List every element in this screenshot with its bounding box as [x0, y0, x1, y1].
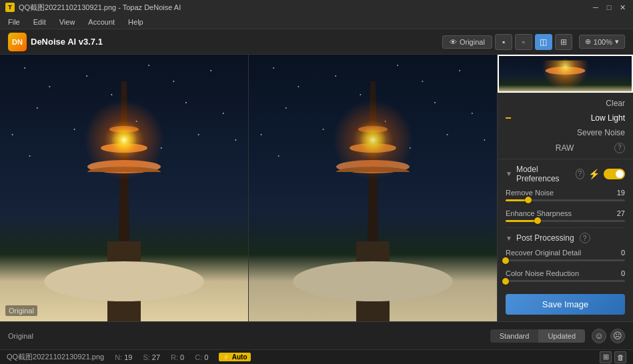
- model-severe-label: Severe Noise: [577, 128, 625, 137]
- brand: DN DeNoise AI v3.7.1: [8, 33, 103, 51]
- status-updated-btn[interactable]: Updated: [538, 329, 585, 343]
- close-button[interactable]: ✕: [617, 2, 628, 13]
- color-noise-label: Color Noise Reduction: [506, 269, 579, 277]
- sharpness-info: S: 27: [143, 353, 160, 361]
- recover-detail-label: Recover Original Detail: [506, 249, 581, 257]
- save-image-button[interactable]: Save Image: [506, 294, 625, 315]
- model-item-severe[interactable]: Severe Noise: [498, 125, 633, 140]
- remove-noise-thumb[interactable]: [525, 197, 532, 203]
- enhance-sharpness-thumb[interactable]: [534, 217, 541, 224]
- original-button[interactable]: 👁 Original: [442, 35, 492, 49]
- noise-info: N: 19: [115, 353, 132, 361]
- zoom-icon: ⊕: [585, 37, 591, 46]
- enhance-sharpness-label-row: Enhance Sharpness 27: [506, 209, 625, 217]
- title-bar: T QQ截图20221102130921.png - Topaz DeNoise…: [0, 0, 633, 15]
- enhance-sharpness-section: Enhance Sharpness 27: [498, 207, 633, 227]
- status-standard-btn[interactable]: Standard: [490, 329, 539, 343]
- right-panel: Clear Low Light Severe Noise RAW ? ▼ Mod…: [497, 55, 633, 321]
- thumbnail-canvas: [498, 55, 633, 93]
- model-item-raw[interactable]: RAW ?: [498, 140, 633, 156]
- recover-info: R: 0: [171, 353, 184, 361]
- pref-toggle-icon[interactable]: ▼: [506, 170, 512, 177]
- status-original-label: Original: [8, 332, 33, 340]
- post-toggle-icon[interactable]: ▼: [506, 235, 512, 242]
- model-item-lowlight[interactable]: Low Light: [498, 111, 633, 125]
- c-value: 0: [204, 353, 208, 361]
- recover-detail-section: Recover Original Detail 0: [498, 246, 633, 267]
- app-icon: T: [5, 3, 15, 12]
- trash-action-icon[interactable]: 🗑: [614, 351, 626, 363]
- enhance-sharpness-fill: [506, 220, 538, 222]
- model-list: Clear Low Light Severe Noise RAW ?: [498, 93, 633, 159]
- remove-noise-label-row: Remove Noise 19: [506, 189, 625, 197]
- menu-file[interactable]: File: [4, 17, 24, 27]
- right-image-panel[interactable]: [249, 55, 497, 321]
- recover-detail-value: 0: [612, 249, 625, 257]
- recover-detail-thumb[interactable]: [502, 257, 509, 264]
- toolbar: DN DeNoise AI v3.7.1 👁 Original ▪ ▫ ◫ ⊞ …: [0, 29, 633, 55]
- post-processing-label: Post Processing: [516, 233, 574, 243]
- color-noise-section: Color Noise Reduction 0: [498, 267, 633, 287]
- menu-help[interactable]: Help: [124, 17, 147, 27]
- post-help-icon[interactable]: ?: [580, 233, 590, 243]
- model-item-clear[interactable]: Clear: [498, 96, 633, 111]
- remove-noise-section: Remove Noise 19: [498, 186, 633, 207]
- raw-help-icon[interactable]: ?: [614, 143, 625, 153]
- color-info: C: 0: [195, 353, 208, 361]
- emoji-happy-icon[interactable]: ☺: [592, 329, 606, 343]
- view-controls: 👁 Original ▪ ▫ ◫ ⊞: [442, 34, 572, 50]
- view-btn-3[interactable]: ◫: [535, 34, 552, 50]
- n-value: 19: [124, 353, 132, 361]
- remove-noise-track[interactable]: [506, 199, 625, 201]
- color-noise-label-row: Color Noise Reduction 0: [506, 269, 625, 277]
- status-icon-group: ☺ ☹: [592, 329, 625, 343]
- auto-badge[interactable]: ⚡ Auto: [219, 353, 250, 361]
- s-label: S:: [143, 353, 149, 361]
- filename-label: QQ截图20221102130921.png: [7, 352, 104, 362]
- menu-bar: File Edit View Account Help: [0, 15, 633, 29]
- n-label: N:: [115, 353, 122, 361]
- right-image-canvas: [249, 55, 497, 321]
- eye-icon: 👁: [450, 38, 457, 46]
- original-label: Original: [460, 38, 485, 46]
- pref-toggle-switch[interactable]: [604, 169, 625, 179]
- c-label: C:: [195, 353, 202, 361]
- info-actions: ⊞ 🗑: [600, 351, 626, 363]
- r-label: R:: [171, 353, 178, 361]
- color-noise-track[interactable]: [506, 280, 625, 282]
- minimize-button[interactable]: ─: [590, 2, 601, 13]
- left-image-canvas: [0, 55, 248, 321]
- left-image-panel[interactable]: Original: [0, 55, 249, 321]
- remove-noise-label: Remove Noise: [506, 189, 554, 197]
- main-content: Original Clear Low Light Severe Noise: [0, 55, 633, 321]
- view-btn-1[interactable]: ▪: [495, 34, 512, 50]
- recover-detail-track[interactable]: [506, 259, 625, 261]
- view-btn-2[interactable]: ▫: [515, 34, 532, 50]
- r-value: 0: [180, 353, 184, 361]
- view-btn-4[interactable]: ⊞: [555, 34, 572, 50]
- zoom-value: 100%: [594, 38, 612, 46]
- enhance-sharpness-label: Enhance Sharpness: [506, 209, 572, 217]
- maximize-button[interactable]: □: [604, 2, 614, 13]
- model-preferences-header: ▼ Model Preferences ? ⚡: [498, 159, 633, 186]
- post-processing-header: ▼ Post Processing ?: [498, 227, 633, 246]
- toggle-knob: [616, 170, 624, 178]
- menu-view[interactable]: View: [55, 17, 79, 27]
- model-raw-label: RAW: [556, 143, 574, 153]
- emoji-compare-icon[interactable]: ☹: [610, 329, 625, 343]
- menu-account[interactable]: Account: [84, 17, 119, 27]
- model-clear-label: Clear: [606, 99, 625, 108]
- zoom-control[interactable]: ⊕ 100% ▾: [579, 35, 625, 49]
- menu-edit[interactable]: Edit: [29, 17, 50, 27]
- zoom-dropdown-icon: ▾: [615, 37, 619, 46]
- remove-noise-value: 19: [612, 189, 625, 197]
- image-panels: Original: [0, 55, 497, 321]
- enhance-sharpness-track[interactable]: [506, 220, 625, 222]
- lightning-button[interactable]: ⚡: [588, 168, 600, 180]
- recover-detail-label-row: Recover Original Detail 0: [506, 249, 625, 257]
- model-lowlight-label: Low Light: [591, 113, 625, 123]
- color-noise-thumb[interactable]: [502, 278, 509, 285]
- image-area[interactable]: Original: [0, 55, 497, 321]
- pref-help-icon[interactable]: ?: [576, 169, 584, 179]
- grid-action-icon[interactable]: ⊞: [600, 351, 612, 363]
